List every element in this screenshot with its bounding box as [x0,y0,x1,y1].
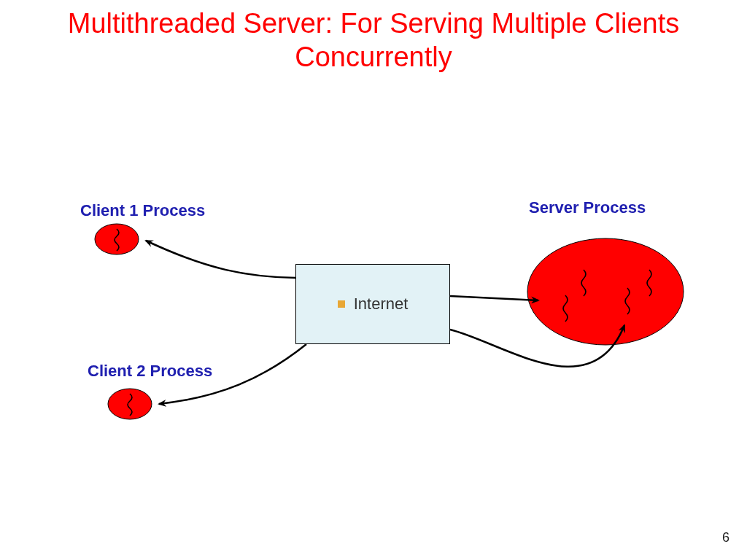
server-oval [527,238,684,345]
arrow-internet-to-client1 [146,241,295,278]
diagram-canvas [0,0,747,560]
arrow-internet-to-client2 [159,344,306,404]
client1-oval [95,224,139,254]
arrow-internet-to-server-upper [450,296,538,300]
client2-oval [108,389,152,419]
page-number: 6 [722,530,729,545]
